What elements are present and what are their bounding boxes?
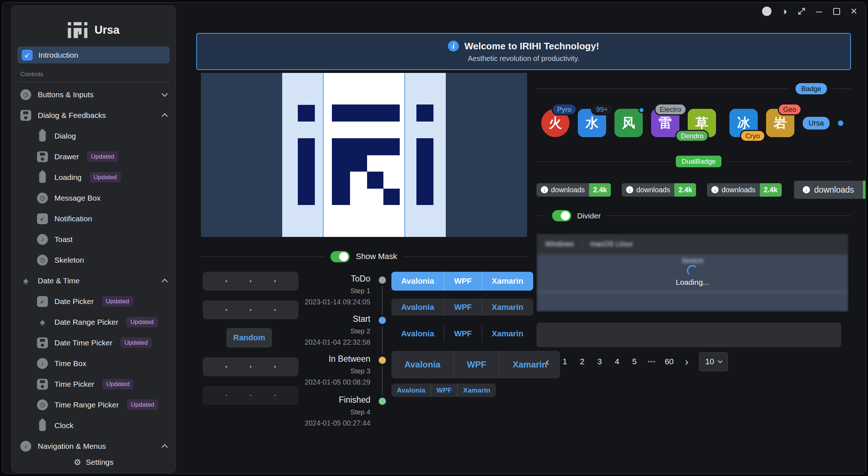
option-wpf[interactable]: WPF — [444, 325, 482, 342]
maximize-button[interactable] — [828, 3, 845, 19]
sidebar-item-loading[interactable]: Loading Updated — [17, 167, 170, 188]
badge-anemo: 风 — [614, 109, 643, 137]
sidebar-item-toast[interactable]: ♪ Toast — [17, 229, 170, 250]
sidebar-item-time-box[interactable]: ♪ Time Box — [17, 353, 170, 374]
tab-macos-linux[interactable]: macOS Linux — [587, 240, 635, 248]
option-avalonia[interactable]: Avalonia — [391, 325, 444, 342]
battery-icon — [39, 172, 46, 183]
page-button-last[interactable]: 60 — [661, 353, 678, 370]
badges-row: 火 Pyro 水 99+ 风 雷 Electro 草 Dendro 冰 Cryo… — [541, 108, 843, 138]
settings-button[interactable]: ⚙ Settings — [12, 452, 176, 472]
page-ellipsis[interactable]: ••• — [643, 353, 661, 370]
minimize-button[interactable]: – — [810, 3, 828, 19]
badge-overlay: Cryo — [740, 130, 765, 142]
clock-icon: ◷ — [20, 89, 31, 100]
sidebar-item-clock[interactable]: Clock — [17, 415, 170, 436]
page-button-1[interactable]: 1 — [556, 353, 573, 370]
option-xamarin[interactable]: Xamarin — [482, 325, 533, 342]
arrow-icon: ↙ — [37, 213, 48, 224]
note-icon: ♪ — [20, 441, 31, 452]
close-button[interactable]: × — [845, 3, 863, 19]
show-mask-toggle[interactable] — [330, 251, 350, 262]
divider-toggle[interactable] — [552, 210, 571, 221]
divider-line — [201, 257, 324, 257]
sidebar-item-date-picker[interactable]: ↙ Date Picker Updated — [17, 291, 170, 312]
sidebar-item-date-time[interactable]: ♠ Date & Time — [17, 270, 170, 291]
sidebar-item-introduction[interactable]: ↙ Introduction — [17, 46, 170, 63]
floppy-icon — [37, 337, 48, 348]
option-wpf[interactable]: WPF — [444, 272, 482, 291]
tab-windows[interactable]: Windows — [542, 240, 577, 248]
page-button-4[interactable]: 4 — [608, 353, 626, 370]
app-logo: Ursa — [12, 20, 176, 41]
sidebar-item-date-range-picker[interactable]: ♠ Date Range Picker Updated — [17, 312, 170, 332]
badge-hydro: 水 99+ — [578, 109, 606, 137]
badge-section-label: Badge — [795, 83, 827, 94]
page-prev-button[interactable]: ‹ — [539, 353, 556, 370]
note-icon: ♪ — [37, 358, 48, 369]
badge-geo: 岩 Geo — [766, 109, 794, 137]
page-button-3[interactable]: 3 — [591, 353, 608, 370]
badge-overlay: Pyro — [552, 103, 577, 115]
page-size-select[interactable]: 10 — [699, 352, 728, 371]
dualbadge-section-header: DualBadge — [536, 156, 851, 167]
badge-electro: 雷 Electro — [651, 109, 679, 137]
sidebar-item-notification[interactable]: ↙ Notification — [17, 208, 170, 229]
sidebar-item-skeleton[interactable]: ◷ Skeleton — [17, 250, 170, 270]
option-wpf[interactable]: WPF — [431, 383, 457, 397]
badge-overlay: Dendro — [675, 130, 709, 142]
sidebar-item-time-picker[interactable]: Time Picker Updated — [17, 374, 170, 394]
chevron-up-icon — [162, 113, 168, 119]
option-avalonia[interactable]: Avalonia — [391, 272, 444, 291]
sidebar-item-buttons-inputs[interactable]: ◷ Buttons & Inputs — [17, 84, 170, 105]
option-xamarin[interactable]: Xamarin — [482, 272, 533, 291]
fullscreen-button[interactable] — [793, 3, 810, 19]
floppy-icon — [20, 110, 31, 121]
badge-overlay: Electro — [654, 103, 687, 115]
option-xamarin[interactable]: Xamarin — [482, 299, 533, 316]
theme-toggle-button[interactable]: ◑ — [776, 3, 793, 19]
loading-label: Loading... — [536, 278, 848, 287]
masked-logo-image — [201, 73, 527, 237]
badge-section-header: Badge — [536, 83, 851, 94]
timeline-step: Finished Step 4 2024-01-05 00:27:44 — [280, 394, 370, 428]
sidebar-item-date-time-picker[interactable]: Date Time Picker Updated — [17, 332, 170, 353]
battery-icon — [39, 420, 46, 431]
option-avalonia[interactable]: Avalonia — [391, 299, 444, 316]
info-icon: i — [448, 41, 459, 52]
screen: ◑ – × Ursa ↙ Introduction Controls ◷ — [0, 0, 868, 476]
page-button-5[interactable]: 5 — [626, 353, 643, 370]
option-wpf[interactable]: WPF — [444, 299, 482, 316]
selection-group-small: Avalonia WPF Xamarin — [391, 383, 496, 397]
option-wpf[interactable]: WPF — [453, 351, 499, 378]
banner-title: Welcome to IRIHI Technology! — [464, 41, 599, 52]
clock-icon: ◷ — [37, 399, 48, 410]
empty-input-box[interactable] — [536, 323, 841, 347]
updated-badge: Updated — [126, 317, 157, 327]
chevron-down-icon — [718, 358, 723, 363]
floppy-icon — [37, 379, 48, 390]
timeline-step: Start Step 2 2024-01-04 22:32:58 — [280, 313, 370, 348]
selection-group-ghost: Avalonia WPF Xamarin — [391, 325, 533, 342]
updated-badge: Updated — [120, 337, 152, 348]
sidebar-item-message-box[interactable]: ◷ Message Box — [17, 188, 170, 208]
github-button[interactable] — [758, 3, 776, 19]
sidebar-item-dialog-feedbacks[interactable]: Dialog & Feedbacks — [17, 105, 170, 126]
timeline-dot — [379, 398, 386, 405]
option-avalonia[interactable]: Avalonia — [391, 383, 431, 397]
sidebar-item-drawer[interactable]: Drawer Updated — [17, 146, 170, 167]
timeline-dot — [379, 317, 386, 324]
downloads-badge: ↓downloads 2.4k — [622, 183, 696, 197]
updated-badge: Updated — [127, 399, 158, 410]
page-button-2[interactable]: 2 — [573, 353, 591, 370]
updated-badge: Updated — [87, 151, 118, 162]
downloads-badge-large: ↓downloads 2.4k — [794, 181, 866, 199]
download-icon: ↓ — [711, 186, 719, 193]
random-button[interactable]: Random — [226, 328, 272, 348]
page-next-button[interactable]: › — [678, 353, 695, 370]
option-xamarin[interactable]: Xamarin — [457, 383, 496, 397]
sidebar-items: ◷ Buttons & Inputs Dialog & Feedbacks Di… — [12, 82, 176, 473]
option-avalonia[interactable]: Avalonia — [391, 351, 453, 378]
sidebar-item-time-range-picker[interactable]: ◷ Time Range Picker Updated — [17, 394, 170, 415]
sidebar-item-dialog[interactable]: Dialog — [17, 126, 170, 146]
